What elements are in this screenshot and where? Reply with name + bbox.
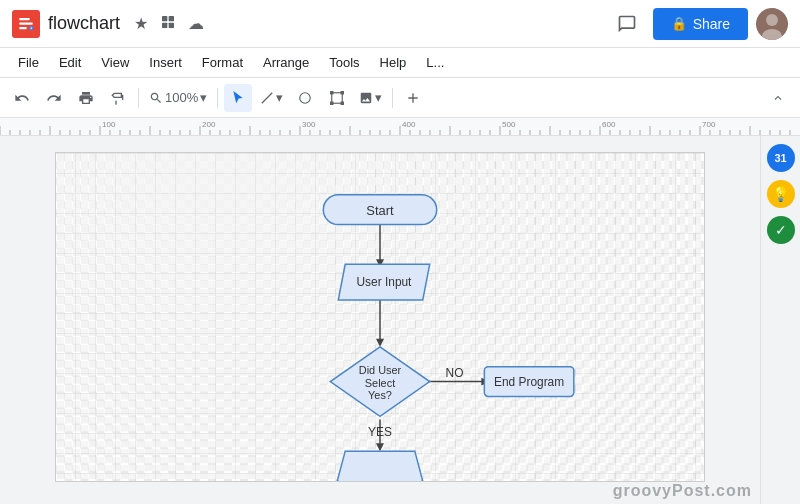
share-label: Share	[693, 16, 730, 32]
zoom-dropdown[interactable]: 100% ▾	[145, 84, 211, 112]
lock-icon: 🔒	[671, 16, 687, 31]
user-avatar[interactable]	[756, 8, 788, 40]
svg-text:300: 300	[302, 120, 316, 129]
toolbar-divider-3	[392, 88, 393, 108]
svg-rect-5	[169, 16, 174, 21]
svg-rect-7	[169, 22, 174, 27]
zoom-arrow: ▾	[200, 90, 207, 105]
toolbar: 100% ▾ ▾ ▾	[0, 78, 800, 118]
drive-icon	[160, 14, 176, 34]
svg-point-9	[766, 14, 778, 26]
svg-text:Yes?: Yes?	[368, 389, 392, 401]
line-arrow: ▾	[276, 90, 283, 105]
svg-text:400: 400	[402, 120, 416, 129]
menu-arrange[interactable]: Arrange	[253, 51, 319, 74]
doc-area[interactable]: Start User Input Did User Select Yes? NO…	[55, 152, 705, 482]
undo-button[interactable]	[8, 84, 36, 112]
svg-rect-4	[162, 16, 167, 21]
image-arrow: ▾	[375, 90, 382, 105]
check-icon: ✓	[775, 222, 787, 238]
svg-text:100: 100	[102, 120, 116, 129]
svg-rect-0	[19, 18, 30, 20]
menu-format[interactable]: Format	[192, 51, 253, 74]
app-icon	[12, 10, 40, 38]
menu-bar: File Edit View Insert Format Arrange Too…	[0, 48, 800, 78]
svg-text:Did User: Did User	[359, 364, 402, 376]
ruler: // Ruler ticks drawn inline 100200300400…	[0, 118, 800, 136]
svg-text:End Program: End Program	[494, 375, 564, 389]
svg-text:700: 700	[702, 120, 716, 129]
shape-tool[interactable]	[291, 84, 319, 112]
paint-format-button[interactable]	[104, 84, 132, 112]
title-bar: flowchart ★ ☁ 🔒 Share	[0, 0, 800, 48]
cloud-icon: ☁	[188, 14, 204, 33]
watermark: groovyPost.com	[613, 482, 752, 500]
drawing-canvas[interactable]: Start User Input Did User Select Yes? NO…	[0, 136, 760, 504]
toolbar-collapse-button[interactable]	[764, 84, 792, 112]
flowchart-diagram: Start User Input Did User Select Yes? NO…	[56, 153, 704, 481]
menu-tools[interactable]: Tools	[319, 51, 369, 74]
svg-rect-6	[162, 22, 167, 27]
svg-point-13	[300, 92, 311, 103]
menu-insert[interactable]: Insert	[139, 51, 192, 74]
svg-rect-18	[341, 102, 343, 104]
canvas-area: Start User Input Did User Select Yes? NO…	[0, 136, 800, 504]
svg-text:NO: NO	[446, 366, 464, 380]
star-icon[interactable]: ★	[134, 14, 148, 33]
svg-text:YES: YES	[368, 425, 392, 439]
menu-file[interactable]: File	[8, 51, 49, 74]
redo-button[interactable]	[40, 84, 68, 112]
svg-line-12	[262, 92, 273, 103]
calendar-sidebar-btn[interactable]: 31	[767, 144, 795, 172]
svg-rect-2	[19, 27, 27, 29]
svg-marker-131	[337, 451, 422, 481]
boundingbox-tool[interactable]	[323, 84, 351, 112]
toolbar-divider-2	[217, 88, 218, 108]
menu-help[interactable]: Help	[370, 51, 417, 74]
menu-view[interactable]: View	[91, 51, 139, 74]
svg-text:User Input: User Input	[357, 275, 413, 289]
svg-rect-15	[331, 91, 333, 93]
svg-text:Start: Start	[366, 203, 394, 218]
image-tool-dropdown[interactable]: ▾	[355, 84, 386, 112]
menu-more[interactable]: L...	[416, 51, 454, 74]
menu-edit[interactable]: Edit	[49, 51, 91, 74]
svg-text:500: 500	[502, 120, 516, 129]
svg-rect-11	[115, 100, 116, 104]
check-sidebar-btn[interactable]: ✓	[767, 216, 795, 244]
doc-title[interactable]: flowchart	[48, 13, 120, 34]
right-sidebar: 31 💡 ✓	[760, 136, 800, 504]
bulb-sidebar-btn[interactable]: 💡	[767, 180, 795, 208]
svg-rect-17	[331, 102, 333, 104]
line-tool-dropdown[interactable]: ▾	[256, 84, 287, 112]
svg-rect-16	[341, 91, 343, 93]
zoom-level: 100%	[165, 90, 198, 105]
share-button[interactable]: 🔒 Share	[653, 8, 748, 40]
toolbar-divider-1	[138, 88, 139, 108]
add-button[interactable]	[399, 84, 427, 112]
print-button[interactable]	[72, 84, 100, 112]
select-tool[interactable]	[224, 84, 252, 112]
chat-button[interactable]	[609, 6, 645, 42]
bulb-icon: 💡	[772, 186, 789, 202]
calendar-label: 31	[774, 152, 786, 164]
svg-text:Select: Select	[365, 377, 395, 389]
svg-text:600: 600	[602, 120, 616, 129]
svg-text:200: 200	[202, 120, 216, 129]
svg-rect-1	[19, 22, 33, 24]
